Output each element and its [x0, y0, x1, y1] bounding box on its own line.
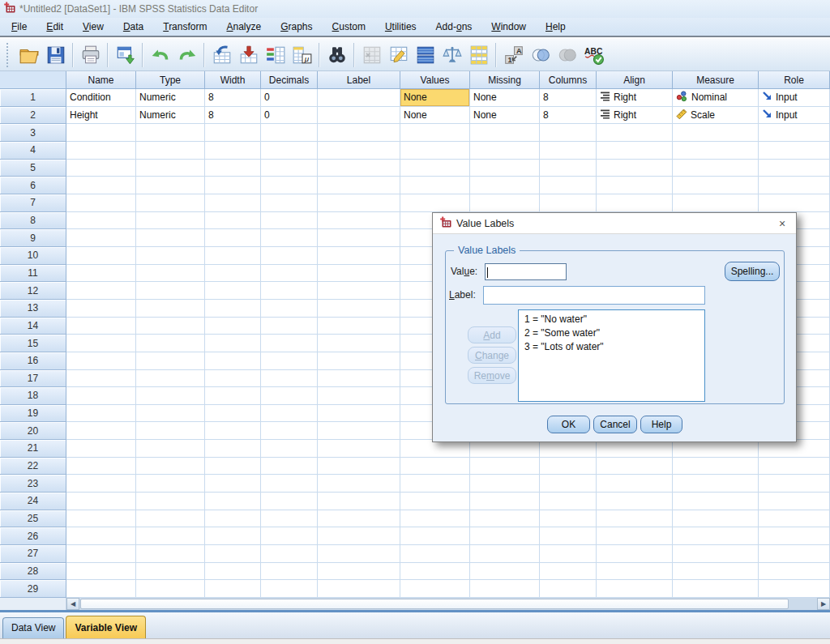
menu-analyze[interactable]: Analyze	[220, 19, 267, 34]
cell-role-row1[interactable]: Input	[759, 89, 830, 107]
cell-role-row26[interactable]	[759, 527, 830, 545]
cell-missing-row22[interactable]	[470, 458, 540, 476]
cell-name-row7[interactable]	[66, 194, 136, 212]
cell-missing-row2[interactable]: None	[470, 107, 540, 125]
cell-label-row16[interactable]	[318, 352, 400, 370]
cell-type-row20[interactable]	[136, 422, 205, 440]
cell-values-row1[interactable]: None	[400, 89, 470, 107]
cell-label-row27[interactable]	[318, 545, 400, 563]
cell-columns-row1[interactable]: 8	[540, 89, 597, 107]
cell-role-row6[interactable]	[759, 177, 830, 194]
menu-graphs[interactable]: Graphs	[274, 19, 319, 34]
cell-width-row24[interactable]	[205, 493, 261, 510]
row-header-16[interactable]: 16	[0, 352, 66, 370]
cell-align-row6[interactable]	[597, 177, 673, 194]
cell-role-row21[interactable]	[759, 440, 830, 458]
cell-type-row29[interactable]	[136, 580, 205, 598]
column-header-values[interactable]: Values	[400, 71, 470, 89]
column-header-measure[interactable]: Measure	[673, 71, 759, 89]
cell-label-row19[interactable]	[318, 405, 400, 423]
cell-width-row14[interactable]	[205, 318, 261, 335]
cell-width-row4[interactable]	[205, 142, 261, 160]
cell-type-row25[interactable]	[136, 510, 205, 528]
cell-name-row14[interactable]	[66, 318, 136, 335]
cell-type-row15[interactable]	[136, 335, 205, 352]
cell-missing-row6[interactable]	[470, 177, 540, 194]
cell-measure-row22[interactable]	[673, 458, 759, 476]
cell-align-row26[interactable]	[597, 527, 673, 545]
value-label-entry[interactable]: 3 = "Lots of water"	[519, 340, 704, 354]
scroll-right-arrow[interactable]: ▶	[817, 598, 830, 610]
cell-type-row27[interactable]	[136, 545, 205, 563]
cell-values-row27[interactable]	[400, 545, 470, 563]
column-header-width[interactable]: Width	[205, 71, 261, 89]
cell-type-row12[interactable]	[136, 282, 205, 300]
cell-type-row19[interactable]	[136, 405, 205, 423]
cell-type-row26[interactable]	[136, 527, 205, 545]
cell-name-row10[interactable]	[66, 247, 136, 265]
cell-decimals-row26[interactable]	[261, 527, 318, 545]
cell-role-row4[interactable]	[759, 142, 830, 160]
cell-label-row5[interactable]	[318, 160, 400, 177]
goto-variable-icon[interactable]	[235, 42, 262, 68]
add-button[interactable]: Add	[468, 326, 516, 343]
cell-missing-row28[interactable]	[470, 563, 540, 581]
cell-width-row8[interactable]	[205, 212, 261, 230]
cell-measure-row6[interactable]	[673, 177, 759, 194]
cell-width-row17[interactable]	[205, 370, 261, 388]
cell-decimals-row21[interactable]	[261, 440, 318, 458]
cell-values-row3[interactable]	[400, 124, 470, 142]
cell-measure-row7[interactable]	[673, 194, 759, 212]
cell-decimals-row7[interactable]	[261, 194, 318, 212]
row-header-28[interactable]: 28	[0, 563, 66, 581]
cell-decimals-row20[interactable]	[261, 422, 318, 440]
cell-name-row17[interactable]	[66, 370, 136, 388]
menu-help[interactable]: Help	[539, 19, 572, 34]
cell-type-row23[interactable]	[136, 475, 205, 493]
cell-type-row22[interactable]	[136, 458, 205, 476]
row-header-12[interactable]: 12	[0, 282, 66, 300]
scroll-left-arrow[interactable]: ◀	[66, 598, 79, 610]
show-all-variables-icon[interactable]	[554, 42, 580, 68]
cell-type-row10[interactable]	[136, 247, 205, 265]
row-header-4[interactable]: 4	[0, 142, 66, 160]
cell-width-row16[interactable]	[205, 352, 261, 370]
row-header-24[interactable]: 24	[0, 493, 66, 510]
cell-name-row19[interactable]	[66, 405, 136, 423]
cell-label-row29[interactable]	[318, 580, 400, 598]
cell-missing-row5[interactable]	[470, 160, 540, 177]
cell-label-row25[interactable]	[318, 510, 400, 528]
cell-measure-row29[interactable]	[673, 580, 759, 598]
cell-width-row25[interactable]	[205, 510, 261, 528]
row-header-21[interactable]: 21	[0, 440, 66, 458]
cell-name-row23[interactable]	[66, 475, 136, 493]
menu-addons[interactable]: Add-ons	[430, 19, 479, 34]
cell-columns-row21[interactable]	[540, 440, 597, 458]
variables-icon[interactable]	[262, 42, 289, 68]
cell-name-row18[interactable]	[66, 387, 136, 405]
title-bar[interactable]: *Untitled2 [DataSet1] - IBM SPSS Statist…	[0, 0, 830, 18]
row-header-22[interactable]: 22	[0, 458, 66, 476]
cell-decimals-row9[interactable]	[261, 229, 318, 247]
cell-type-row13[interactable]	[136, 300, 205, 318]
cell-type-row9[interactable]	[136, 229, 205, 247]
cell-type-row8[interactable]	[136, 212, 205, 230]
cell-decimals-row24[interactable]	[261, 493, 318, 510]
cell-values-row21[interactable]	[400, 440, 470, 458]
cell-missing-row24[interactable]	[470, 493, 540, 510]
cell-role-row7[interactable]	[759, 194, 830, 212]
cell-label-row10[interactable]	[318, 247, 400, 265]
cell-columns-row6[interactable]	[540, 177, 597, 194]
row-header-6[interactable]: 6	[0, 177, 66, 194]
cell-columns-row24[interactable]	[540, 493, 597, 510]
cell-columns-row28[interactable]	[540, 563, 597, 581]
cell-name-row27[interactable]	[66, 545, 136, 563]
cell-align-row24[interactable]	[597, 493, 673, 510]
cell-width-row12[interactable]	[205, 282, 261, 300]
cell-measure-row26[interactable]	[673, 527, 759, 545]
column-header-align[interactable]: Align	[597, 71, 673, 89]
menu-file[interactable]: File	[5, 19, 33, 34]
value-label-entry[interactable]: 2 = "Some water"	[519, 326, 704, 340]
cancel-button[interactable]: Cancel	[593, 416, 637, 433]
cell-align-row21[interactable]	[597, 440, 673, 458]
